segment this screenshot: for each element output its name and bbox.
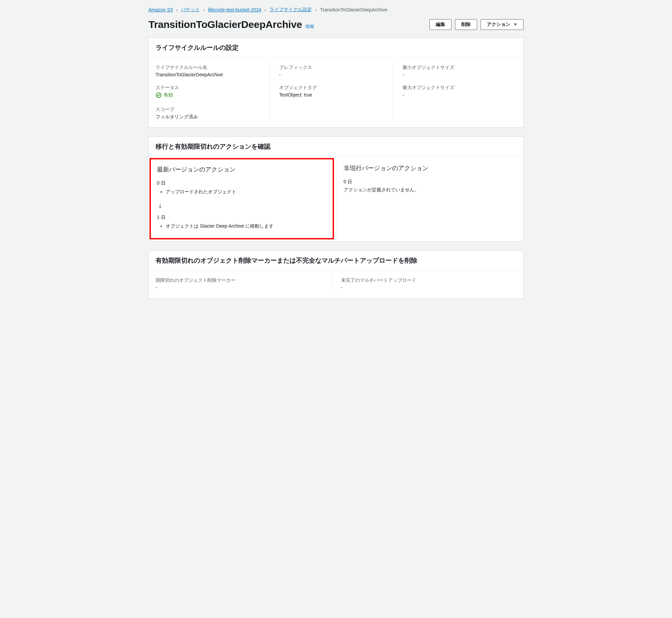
- incomplete-mpu-label: 未完了のマルチパートアップロード: [341, 277, 510, 285]
- breadcrumb-s3[interactable]: Amazon S3: [149, 7, 173, 12]
- down-arrow-icon: ↓: [158, 201, 327, 210]
- rule-name-value: TransitionToGlacierDeepArchive: [156, 72, 263, 77]
- page-header: TransitionToGlacierDeepArchive 情報 編集 削除 …: [149, 17, 523, 38]
- chevron-right-icon: ›: [315, 7, 317, 12]
- noncurrent-note: アクションが定義されていません。: [344, 187, 515, 193]
- check-circle-icon: [156, 92, 162, 98]
- actions-button-label: アクション: [487, 22, 510, 28]
- actions-button[interactable]: アクション: [480, 19, 523, 30]
- expired-marker-label: 期限切れのオブジェクト削除マーカー: [156, 277, 325, 285]
- current-day0-label: 0 日: [157, 180, 327, 186]
- current-day0-item: アップロードされたオブジェクト: [166, 188, 327, 196]
- tags-label: オブジェクトタグ: [279, 85, 386, 92]
- incomplete-mpu-value: -: [341, 285, 510, 290]
- chevron-right-icon: ›: [176, 7, 177, 12]
- edit-button[interactable]: 編集: [429, 19, 452, 30]
- min-size-value: -: [403, 72, 510, 77]
- cleanup-panel: 有効期限切れのオブジェクト削除マーカーまたは不完全なマルチパートアップロードを削…: [149, 250, 523, 299]
- highlighted-region: 最新バージョンのアクション 0 日 アップロードされたオブジェクト ↓ 1 日 …: [150, 158, 334, 239]
- prefix-value: -: [279, 72, 386, 77]
- current-day1-item: オブジェクトは Glacier Deep Archive に移動します: [166, 223, 327, 230]
- breadcrumb: Amazon S3 › バケット › lifecycle-test-bucket…: [149, 6, 523, 17]
- config-panel: ライフサイクルルールの設定 ライフサイクルルール名 TransitionToGl…: [149, 38, 523, 128]
- scope-label: スコープ: [156, 107, 263, 114]
- breadcrumb-buckets[interactable]: バケット: [181, 7, 200, 13]
- chevron-right-icon: ›: [265, 7, 266, 12]
- current-actions-title: 最新バージョンのアクション: [157, 165, 327, 173]
- caret-down-icon: [514, 24, 517, 26]
- status-badge: 有効: [156, 92, 173, 98]
- breadcrumb-lifecycle[interactable]: ライフサイクル設定: [269, 7, 312, 13]
- scope-value: フィルタリング済み: [156, 114, 263, 120]
- status-label: ステータス: [156, 85, 263, 92]
- max-size-label: 最大オブジェクトサイズ: [403, 85, 510, 92]
- config-panel-title: ライフサイクルルールの設定: [156, 43, 516, 52]
- min-size-label: 最小オブジェクトサイズ: [403, 65, 510, 72]
- prefix-label: プレフィックス: [279, 65, 386, 72]
- noncurrent-day0-label: 0 日: [344, 179, 515, 185]
- expired-marker-value: -: [156, 285, 325, 290]
- delete-button[interactable]: 削除: [455, 19, 477, 30]
- breadcrumb-bucket-name[interactable]: lifecycle-test-bucket-2024: [208, 7, 261, 12]
- cleanup-panel-title: 有効期限切れのオブジェクト削除マーカーまたは不完全なマルチパートアップロードを削…: [156, 256, 516, 265]
- max-size-value: -: [403, 92, 510, 98]
- info-link[interactable]: 情報: [305, 24, 314, 30]
- noncurrent-actions-title: 非現行バージョンのアクション: [344, 164, 515, 172]
- rule-name-label: ライフサイクルルール名: [156, 65, 263, 72]
- tags-value: TestObject: true: [279, 92, 386, 98]
- page-title: TransitionToGlacierDeepArchive: [149, 19, 302, 30]
- current-day1-label: 1 日: [157, 215, 327, 221]
- actions-panel-title: 移行と有効期限切れのアクションを確認: [156, 142, 516, 151]
- status-value: 有効: [164, 92, 173, 98]
- breadcrumb-current: TransitionToGlacierDeepArchive: [320, 7, 387, 12]
- chevron-right-icon: ›: [203, 7, 205, 12]
- actions-panel: 移行と有効期限切れのアクションを確認 最新バージョンのアクション 0 日 アップ…: [149, 137, 523, 242]
